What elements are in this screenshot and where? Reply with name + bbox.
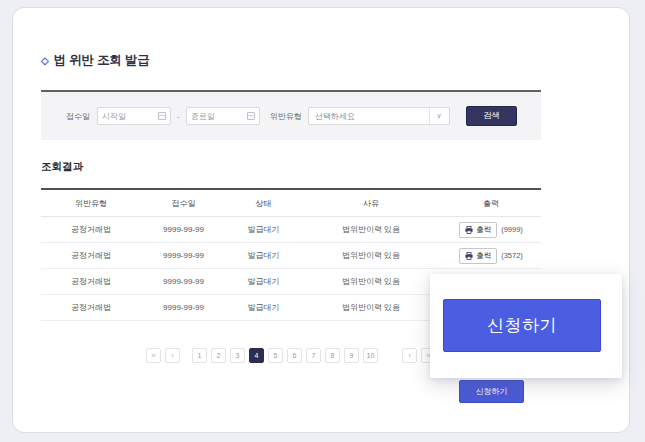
prev-page-button[interactable]: ‹ <box>165 348 180 363</box>
cell-receipt-date: 9999-99-99 <box>141 277 226 286</box>
end-date-placeholder: 종료일 <box>191 111 215 122</box>
cell-reason: 법위반이력 있음 <box>301 276 441 287</box>
cell-status: 발급대기 <box>226 250 301 261</box>
page-button[interactable]: 6 <box>287 348 302 363</box>
calendar-icon[interactable] <box>158 112 166 120</box>
pagination-left-arrows: « ‹ <box>146 348 180 363</box>
end-date-input[interactable]: 종료일 <box>186 107 260 125</box>
column-header-violation-type: 위반유형 <box>41 198 141 209</box>
table-row: 공정거래법9999-99-99발급대기법위반이력 있음출력(9999) <box>41 217 541 243</box>
print-button[interactable]: 출력 <box>459 222 497 238</box>
page-button-active[interactable]: 4 <box>249 348 264 363</box>
violation-type-select[interactable]: 선택하세요 ∨ <box>308 107 450 125</box>
receipt-date-label: 접수일 <box>66 111 90 122</box>
cell-violation-type: 공정거래법 <box>41 276 141 287</box>
page-button[interactable]: 9 <box>344 348 359 363</box>
chevron-down-icon: ∨ <box>429 108 449 124</box>
cell-receipt-date: 9999-99-99 <box>141 251 226 260</box>
cell-receipt-date: 9999-99-99 <box>141 303 226 312</box>
page-title-text: 법 위반 조회 발급 <box>54 52 150 69</box>
table-header-row: 위반유형 접수일 상태 사유 출력 <box>41 190 541 217</box>
print-button-label: 출력 <box>476 251 491 261</box>
page-button[interactable]: 5 <box>268 348 283 363</box>
cell-violation-type: 공정거래법 <box>41 224 141 235</box>
printer-icon <box>465 226 473 234</box>
start-date-input[interactable]: 시작일 <box>97 107 171 125</box>
column-header-print: 출력 <box>441 198 541 209</box>
print-button-label: 출력 <box>476 225 491 235</box>
page-button[interactable]: 10 <box>363 348 378 363</box>
search-button[interactable]: 검색 <box>466 106 517 126</box>
print-count: (3572) <box>501 251 523 260</box>
apply-button-magnified[interactable]: 신청하기 <box>443 299 601 352</box>
start-date-placeholder: 시작일 <box>102 111 126 122</box>
cell-status: 발급대기 <box>226 302 301 313</box>
print-count: (9999) <box>501 225 523 234</box>
page-button[interactable]: 3 <box>230 348 245 363</box>
cell-reason: 법위반이력 있음 <box>301 250 441 261</box>
cell-violation-type: 공정거래법 <box>41 302 141 313</box>
search-form-bar: 접수일 시작일 - 종료일 위반유형 선택하세요 ∨ 검색 <box>41 90 541 140</box>
page-title: ◇ 법 위반 조회 발급 <box>41 52 150 69</box>
date-range-separator: - <box>177 112 180 121</box>
violation-type-selected-value: 선택하세요 <box>309 111 429 122</box>
page-background: ◇ 법 위반 조회 발급 접수일 시작일 - 종료일 위반유형 선택하세요 ∨ … <box>0 0 645 442</box>
table-row: 공정거래법9999-99-99발급대기법위반이력 있음출력(3572) <box>41 243 541 269</box>
page-button[interactable]: 1 <box>192 348 207 363</box>
cell-status: 발급대기 <box>226 276 301 287</box>
cell-reason: 법위반이력 있음 <box>301 302 441 313</box>
next-page-button[interactable]: › <box>402 348 417 363</box>
column-header-status: 상태 <box>226 198 301 209</box>
first-page-button[interactable]: « <box>146 348 161 363</box>
page-button[interactable]: 7 <box>306 348 321 363</box>
magnifier-popup: 신청하기 <box>430 274 622 378</box>
violation-type-label: 위반유형 <box>270 111 302 122</box>
column-header-receipt-date: 접수일 <box>141 198 226 209</box>
cell-print: 출력(9999) <box>441 222 541 238</box>
cell-reason: 법위반이력 있음 <box>301 224 441 235</box>
printer-icon <box>465 252 473 260</box>
cell-print: 출력(3572) <box>441 248 541 264</box>
cell-violation-type: 공정거래법 <box>41 250 141 261</box>
calendar-icon[interactable] <box>247 112 255 120</box>
cell-status: 발급대기 <box>226 224 301 235</box>
column-header-reason: 사유 <box>301 198 441 209</box>
results-heading: 조회결과 <box>41 160 83 174</box>
diamond-icon: ◇ <box>41 56 49 66</box>
page-button[interactable]: 2 <box>211 348 226 363</box>
print-button[interactable]: 출력 <box>459 248 497 264</box>
cell-receipt-date: 9999-99-99 <box>141 225 226 234</box>
pagination-pages: 12345678910 <box>192 348 378 363</box>
page-button[interactable]: 8 <box>325 348 340 363</box>
apply-button[interactable]: 신청하기 <box>459 380 524 403</box>
